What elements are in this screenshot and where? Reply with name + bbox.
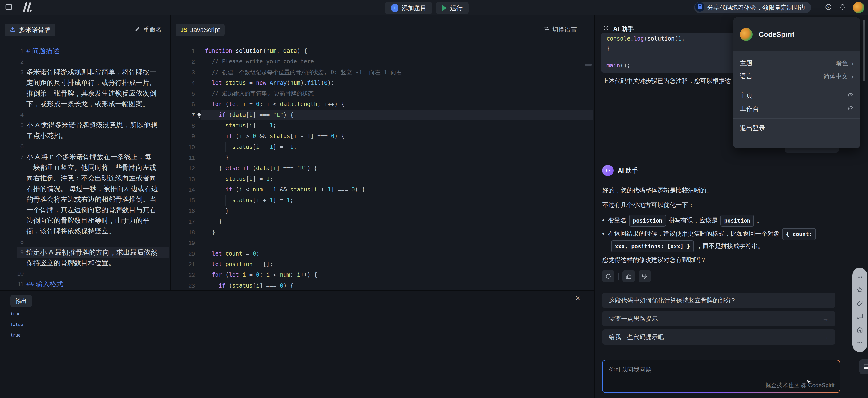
menu-item-home[interactable]: 主页 <box>733 89 860 102</box>
suggestion-chip[interactable]: 需要一点思路提示→ <box>602 311 836 326</box>
menu-item-value: 暗色 <box>836 59 848 67</box>
notification-bell-icon[interactable] <box>839 3 846 12</box>
ai-assistant-label: AI 助手 <box>618 166 638 175</box>
output-tab-label: 输出 <box>16 297 27 305</box>
toolbar-home-icon[interactable] <box>856 326 863 333</box>
code-token: i <box>297 271 300 278</box>
problem-text: 的骨牌会将左边或右边的相邻骨牌推倒。当 <box>26 194 156 205</box>
chat-input[interactable]: 你可以问我问题 掘金技术社区 @ CodeSpirit <box>603 360 840 392</box>
ai-message-row: •在返回结果的时候，建议使用更清晰的格式，比如返回一个对象 { count: <box>602 228 817 240</box>
ai-panel-header: AI 助手 <box>602 25 634 33</box>
rename-button[interactable]: 重命名 <box>135 26 162 34</box>
regenerate-button[interactable] <box>602 270 615 283</box>
toolbar-grid-icon[interactable] <box>857 274 863 280</box>
close-icon[interactable]: × <box>576 293 580 303</box>
code-token: 1 <box>678 35 681 42</box>
code-text: let status = new Array(num).fill(0); <box>205 78 334 88</box>
problem-text: 下，或形成一条长龙，或形成一幅图案。 <box>26 99 149 109</box>
code-token: count <box>222 250 243 257</box>
message-text: 您觉得这样的修改建议对您有帮助吗？ <box>602 256 706 263</box>
code-text: if (i < num - 1 && status[i + 1] === 0) … <box>205 185 365 195</box>
code-token: ; <box>273 122 276 129</box>
chat-input-placeholder: 你可以问我问题 <box>609 365 652 374</box>
code-token: ( <box>222 101 229 107</box>
code-token: ) { <box>283 283 293 289</box>
code-token: fill <box>307 79 321 86</box>
code-text: } <box>205 227 215 238</box>
code-token: else if <box>225 165 249 171</box>
problem-text-row: 2 <box>0 56 169 67</box>
ai-panel-scrollbar[interactable] <box>863 20 865 81</box>
suggestion-chip[interactable]: 给我一些代码提示吧→ <box>602 329 836 344</box>
editor-scroll-indicator[interactable] <box>585 64 592 66</box>
run-button[interactable]: 运行 <box>436 2 469 14</box>
panel-toggle-float-button[interactable] <box>859 359 868 374</box>
menu-item-workbench[interactable]: 工作台 <box>733 102 860 115</box>
code-token: ] === <box>276 165 297 171</box>
promo-banner[interactable]: 分享代码练习体验，领限量定制周边 <box>694 2 811 13</box>
code-token: 0 <box>256 271 259 278</box>
code-token: ( <box>232 133 239 139</box>
code-token: ; <box>290 271 297 278</box>
code-token: i <box>273 165 276 171</box>
menu-item-theme[interactable]: 主题暗色› <box>733 57 860 70</box>
toolbar-chat-icon[interactable] <box>856 313 863 320</box>
menu-item-language[interactable]: 语言简体中文› <box>733 70 860 83</box>
code-token: 0 <box>351 186 354 193</box>
suggestion-label: 需要一点思路提示 <box>609 314 658 323</box>
code-token: i <box>249 112 253 118</box>
problem-tab[interactable]: 多米诺骨牌 <box>5 24 55 36</box>
thumbs-up-icon[interactable] <box>622 270 635 283</box>
code-line: 16} <box>171 206 593 216</box>
problem-line-number: 6 <box>0 141 24 152</box>
output-tab[interactable]: 输出 <box>10 295 32 307</box>
code-line-number: 16 <box>171 206 195 216</box>
code-line: 21let position = []; <box>171 259 593 270</box>
problem-text-row: 边倒向它的骨牌数目相等时，由于力的平 <box>0 215 169 226</box>
problem-text-row: 9给定小 A 最初推骨牌的方向，求出最后依然 <box>0 247 169 258</box>
toolbar-star-icon[interactable] <box>856 286 863 293</box>
code-token: , <box>681 35 688 42</box>
problem-text: 边倒向它的骨牌数目相等时，由于力的平 <box>26 215 149 226</box>
code-line: 13status[i] = 1; <box>171 174 593 185</box>
menu-item-right <box>847 92 854 100</box>
app-logo-icon[interactable] <box>21 1 34 14</box>
code-token: - <box>259 144 270 150</box>
problem-text: 小 A 将 n 个多米诺骨牌放在一条线上，每 <box>26 152 151 162</box>
code-line: 12} else if (data[i] === "R") { <box>171 163 593 173</box>
ai-panel-title: AI 助手 <box>613 25 634 33</box>
user-avatar[interactable] <box>853 2 864 13</box>
toolbar-more-icon[interactable] <box>856 339 863 346</box>
dropdown-items: 主题暗色›语言简体中文›主页工作台退出登录 <box>733 51 860 135</box>
code-token: (); <box>620 62 630 69</box>
code-line: 22for (let i = 0; i < num; i++) { <box>171 270 593 280</box>
problem-text-row: 定间距的尺寸排成单行，或分行排成一片。 <box>0 77 169 88</box>
code-token: ; <box>270 176 273 182</box>
language-tab[interactable]: JS JavaScript <box>176 24 224 36</box>
code-text: // 遍历输入的字符串, 更新骨牌的状态 <box>205 88 314 99</box>
code-line: 2// Please write your code here <box>171 56 593 67</box>
problem-editor[interactable]: 1# 问题描述23多米诺骨牌游戏规则非常简单，将骨牌按一定间距的尺寸排成单行，或… <box>0 46 169 290</box>
add-problem-button[interactable]: + 添加题目 <box>385 2 432 14</box>
code-text: } else if (data[i] === "R") { <box>205 163 317 173</box>
sparkle-icon <box>602 25 609 33</box>
float-toolbar <box>852 268 867 352</box>
menu-item-label: 主题 <box>740 59 752 67</box>
code-token: ] === <box>259 283 280 289</box>
thumbs-down-icon[interactable] <box>639 270 651 283</box>
add-problem-label: 添加题目 <box>402 4 426 12</box>
code-token: ( <box>287 79 290 86</box>
sidebar-toggle-icon[interactable] <box>5 3 13 12</box>
problem-panel-header: 多米诺骨牌 重命名 <box>0 15 170 38</box>
code-token: } <box>225 207 229 214</box>
code-token: Array <box>266 79 287 86</box>
code-text: } <box>205 206 229 216</box>
code-token: . <box>630 35 633 42</box>
code-editor[interactable]: 1function solution(num, data) {2// Pleas… <box>171 46 593 291</box>
help-icon[interactable]: ? <box>825 3 832 12</box>
suggestion-chip[interactable]: 这段代码中如何优化计算保持竖立骨牌的部分?→ <box>602 293 836 308</box>
code-token: i <box>256 144 259 150</box>
menu-item-logout[interactable]: 退出登录 <box>733 122 860 135</box>
toolbar-tag-icon[interactable] <box>856 300 863 307</box>
switch-language-button[interactable]: 切换语言 <box>543 26 577 34</box>
